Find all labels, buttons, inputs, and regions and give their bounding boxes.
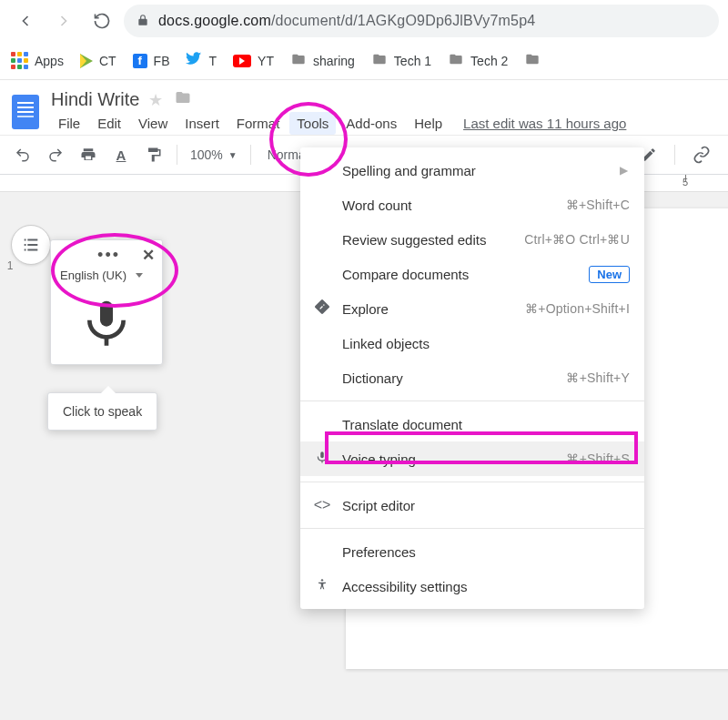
document-title[interactable]: Hindi Write bbox=[51, 89, 139, 110]
menu-bar: File Edit View Insert Format Tools Add-o… bbox=[51, 112, 626, 135]
menu-item-wordcount[interactable]: Word count ⌘+Shift+C bbox=[300, 188, 644, 222]
folder-icon bbox=[524, 52, 541, 70]
browser-toolbar: docs.google.com/document/d/1AGKgO9Dp6JlB… bbox=[0, 0, 728, 42]
menu-item-script-editor[interactable]: <> Script editor bbox=[300, 488, 644, 522]
voice-widget-options[interactable]: ••• bbox=[97, 246, 120, 265]
voice-widget-close[interactable]: ✕ bbox=[142, 246, 155, 265]
print-button[interactable] bbox=[75, 141, 102, 168]
menu-item-voice-typing[interactable]: Voice typing ⌘+Shift+S bbox=[300, 441, 644, 476]
menu-file[interactable]: File bbox=[51, 112, 87, 135]
ruler-number: 5 bbox=[682, 177, 688, 188]
move-folder-icon[interactable] bbox=[174, 89, 192, 110]
bookmark-label: CT bbox=[99, 54, 116, 68]
apps-icon bbox=[11, 52, 28, 69]
voice-typing-widget: ••• ✕ English (UK) bbox=[50, 239, 163, 365]
last-edit-link[interactable]: Last edit was 11 hours ago bbox=[463, 116, 626, 131]
bookmark-yt[interactable]: YT bbox=[233, 54, 274, 68]
menu-insert[interactable]: Insert bbox=[177, 112, 227, 135]
submenu-arrow-icon: ▶ bbox=[620, 164, 628, 177]
bookmark-label: sharing bbox=[313, 54, 355, 68]
menu-view[interactable]: View bbox=[131, 112, 175, 135]
menu-item-translate[interactable]: Translate document bbox=[300, 407, 644, 441]
shortcut: Ctrl+⌘O Ctrl+⌘U bbox=[524, 232, 630, 247]
explore-icon bbox=[313, 299, 331, 318]
menu-separator bbox=[300, 482, 644, 482]
vertical-ruler-number: 1 bbox=[0, 259, 20, 272]
menu-item-spelling[interactable]: Spelling and grammar ▶ bbox=[300, 153, 644, 188]
menu-tools[interactable]: Tools bbox=[289, 112, 336, 135]
back-button[interactable] bbox=[9, 5, 42, 37]
menu-addons[interactable]: Add-ons bbox=[339, 112, 404, 135]
ct-icon bbox=[80, 54, 93, 68]
voice-language-selector[interactable]: English (UK) bbox=[51, 267, 162, 288]
bookmark-label: Tech 1 bbox=[394, 54, 431, 68]
docs-logo[interactable] bbox=[7, 89, 44, 135]
bookmark-ct[interactable]: CT bbox=[80, 54, 116, 68]
menu-format[interactable]: Format bbox=[229, 112, 288, 135]
menu-edit[interactable]: Edit bbox=[90, 112, 128, 135]
lock-icon bbox=[136, 14, 149, 29]
mic-icon bbox=[313, 451, 331, 467]
bookmark-label: T bbox=[208, 54, 217, 68]
voice-mic-button[interactable] bbox=[51, 288, 162, 364]
bookmark-label: Tech 2 bbox=[470, 54, 508, 68]
menu-item-dictionary[interactable]: Dictionary ⌘+Shift+Y bbox=[300, 360, 644, 395]
shortcut: ⌘+Option+Shift+I bbox=[525, 301, 630, 316]
url-text: docs.google.com/document/d/1AGKgO9Dp6JlB… bbox=[158, 13, 535, 29]
reload-button[interactable] bbox=[86, 5, 118, 37]
menu-help[interactable]: Help bbox=[407, 112, 450, 135]
insert-link-button[interactable] bbox=[688, 141, 715, 168]
menu-item-preferences[interactable]: Preferences bbox=[300, 534, 644, 569]
shortcut: ⌘+Shift+Y bbox=[566, 370, 630, 385]
bookmark-folder-sharing[interactable]: sharing bbox=[290, 52, 355, 70]
tools-menu-dropdown: Spelling and grammar ▶ Word count ⌘+Shif… bbox=[300, 147, 644, 609]
menu-item-linked[interactable]: Linked objects bbox=[300, 326, 644, 360]
apps-label: Apps bbox=[35, 54, 64, 68]
voice-language-label: English (UK) bbox=[60, 269, 126, 282]
menu-item-compare[interactable]: Compare documents New bbox=[300, 257, 644, 291]
code-icon: <> bbox=[313, 497, 331, 513]
facebook-icon: f bbox=[133, 54, 147, 68]
menu-item-accessibility[interactable]: Accessibility settings bbox=[300, 569, 644, 603]
folder-icon bbox=[448, 52, 464, 70]
menu-item-explore[interactable]: Explore ⌘+Option+Shift+I bbox=[300, 291, 644, 326]
redo-button[interactable] bbox=[42, 141, 69, 168]
paint-format-button[interactable] bbox=[140, 141, 167, 168]
bookmark-twitter[interactable]: T bbox=[186, 50, 217, 71]
bookmark-folder-tech1[interactable]: Tech 1 bbox=[371, 52, 431, 70]
voice-tooltip: Click to speak bbox=[47, 392, 157, 431]
apps-shortcut[interactable]: Apps bbox=[11, 52, 64, 69]
docs-header: Hindi Write ★ File Edit View Insert Form… bbox=[0, 80, 728, 135]
bookmark-bar: Apps CT f FB T YT sharing Tech 1 Tech 2 bbox=[0, 42, 728, 80]
youtube-icon bbox=[233, 55, 251, 67]
spellcheck-button[interactable]: A bbox=[107, 141, 135, 168]
address-bar[interactable]: docs.google.com/document/d/1AGKgO9Dp6JlB… bbox=[124, 5, 719, 37]
menu-item-review[interactable]: Review suggested edits Ctrl+⌘O Ctrl+⌘U bbox=[300, 222, 644, 257]
menu-separator bbox=[300, 528, 644, 529]
star-icon[interactable]: ★ bbox=[148, 90, 163, 110]
shortcut: ⌘+Shift+C bbox=[566, 198, 630, 212]
forward-button[interactable] bbox=[47, 5, 80, 37]
bookmark-label: YT bbox=[258, 54, 274, 68]
twitter-icon bbox=[186, 50, 202, 71]
folder-icon bbox=[371, 52, 388, 70]
shortcut: ⌘+Shift+S bbox=[566, 451, 630, 466]
folder-icon bbox=[290, 52, 307, 70]
undo-button[interactable] bbox=[9, 141, 36, 168]
new-badge: New bbox=[589, 266, 630, 283]
svg-point-0 bbox=[321, 579, 323, 581]
bookmark-folder-tech2[interactable]: Tech 2 bbox=[448, 52, 508, 70]
bookmark-folder-more[interactable] bbox=[524, 52, 541, 70]
accessibility-icon bbox=[313, 578, 331, 594]
zoom-dropdown[interactable]: 100%▼ bbox=[187, 147, 241, 162]
bookmark-fb[interactable]: f FB bbox=[133, 54, 170, 68]
docs-icon bbox=[12, 95, 39, 129]
bookmark-label: FB bbox=[154, 54, 170, 68]
menu-separator bbox=[300, 401, 644, 401]
